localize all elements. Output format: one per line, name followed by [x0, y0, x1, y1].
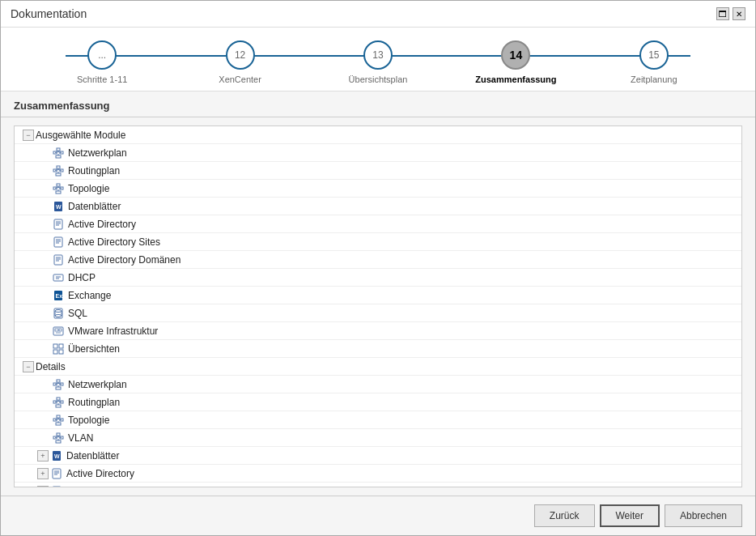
svg-rect-10	[57, 166, 60, 168]
svg-rect-54	[53, 350, 57, 354]
svg-line-13	[58, 169, 62, 170]
network-icon	[52, 396, 65, 409]
item-exchange-1: Exchange	[68, 290, 111, 301]
group1-expand-icon[interactable]: −	[23, 130, 34, 141]
tree-container[interactable]: − Ausgewählte Module Netzwerkplan Routin…	[14, 125, 742, 487]
ad-expand-icon[interactable]: +	[37, 468, 49, 479]
step-circle-15: 15	[639, 40, 669, 70]
list-item[interactable]: Topologie	[15, 180, 741, 198]
vmware-icon	[52, 325, 65, 338]
list-item[interactable]: Active Directory Domänen	[15, 251, 741, 269]
step-14[interactable]: 14 Zusammenfassung	[447, 40, 584, 84]
svg-text:W: W	[56, 204, 62, 210]
svg-rect-26	[54, 219, 62, 229]
svg-line-69	[58, 401, 62, 402]
list-item[interactable]: Übersichten	[15, 340, 741, 358]
ad-sites-expand-icon[interactable]: +	[37, 486, 49, 488]
svg-rect-82	[57, 433, 60, 436]
item-ad-2: Active Directory	[66, 468, 134, 479]
dhcp-icon	[52, 271, 65, 284]
group1-label: Ausgewählte Module	[36, 130, 125, 141]
list-item[interactable]: + Active Directory Sites	[15, 483, 741, 487]
stepper-area: ... Schritte 1-11 12 XenCenter 13 Übersi…	[1, 28, 755, 91]
step-label-13: Übersichtsplan	[349, 74, 408, 84]
list-item[interactable]: Routingplan	[15, 393, 741, 411]
restore-button[interactable]: 🗖	[716, 7, 729, 20]
svg-line-84	[55, 436, 58, 437]
list-item[interactable]: Netzwerkplan	[15, 144, 741, 162]
overview-icon	[52, 342, 65, 355]
item-ad-sites-2: Active Directory Sites	[66, 486, 159, 488]
svg-rect-62	[56, 387, 61, 389]
item-routingplan-1: Routingplan	[68, 165, 120, 177]
item-ad-sites-1: Active Directory Sites	[68, 236, 160, 248]
network-icon	[52, 378, 65, 391]
stepper: ... Schritte 1-11 12 XenCenter 13 Übersi…	[17, 40, 739, 84]
close-button[interactable]: ✕	[733, 7, 745, 20]
svg-rect-50	[59, 329, 62, 331]
svg-rect-53	[59, 344, 63, 348]
svg-line-77	[58, 419, 62, 419]
svg-line-5	[58, 151, 62, 152]
item-dhcp-1: DHCP	[68, 272, 96, 283]
list-item[interactable]: VMware Infrastruktur	[15, 322, 741, 340]
group-details[interactable]: − Details	[15, 358, 741, 376]
step-1[interactable]: ... Schritte 1-11	[33, 40, 171, 84]
next-button[interactable]: Weiter	[600, 504, 660, 527]
datenblaetter-expand-icon[interactable]: +	[37, 450, 49, 462]
list-item[interactable]: W Datenblätter	[15, 198, 741, 215]
svg-rect-6	[56, 155, 61, 158]
network-icon	[52, 182, 65, 195]
list-item[interactable]: Routingplan	[15, 162, 741, 180]
svg-text:Ex: Ex	[56, 293, 63, 299]
ad-icon	[50, 485, 63, 488]
dialog: Dokumentation 🗖 ✕ ... Schritte 1-11 12 X…	[0, 0, 756, 536]
cancel-button[interactable]: Abbrechen	[665, 504, 742, 527]
ad-icon	[52, 218, 65, 231]
network-icon	[52, 432, 65, 445]
svg-line-20	[55, 187, 58, 188]
svg-rect-94	[53, 487, 61, 488]
step-label-1: Schritte 1-11	[77, 74, 127, 84]
list-item[interactable]: Netzwerkplan	[15, 376, 741, 393]
list-item[interactable]: Active Directory Sites	[15, 233, 741, 251]
svg-rect-70	[56, 405, 61, 407]
svg-rect-78	[56, 423, 61, 425]
step-15[interactable]: 15 Zeitplanung	[585, 40, 723, 84]
word-icon: W	[50, 449, 63, 462]
step-label-15: Zeitplanung	[631, 74, 677, 84]
step-13[interactable]: 13 Übersichtsplan	[309, 40, 447, 84]
footer: Zurück Weiter Abbrechen	[1, 496, 755, 535]
step-12[interactable]: 12 XenCenter	[171, 40, 308, 84]
network-icon	[52, 164, 65, 177]
item-topologie-1: Topologie	[68, 183, 109, 194]
group-ausgewahlte-module[interactable]: − Ausgewählte Module	[15, 126, 741, 144]
exchange-icon: Ex	[52, 289, 65, 302]
svg-line-68	[55, 401, 58, 402]
item-vlan-2: VLAN	[68, 432, 93, 444]
svg-rect-14	[56, 173, 61, 176]
svg-rect-55	[59, 350, 63, 354]
item-netzwerkplan-2: Netzwerkplan	[68, 379, 127, 390]
list-item[interactable]: + Active Directory	[15, 465, 741, 483]
item-ad-domaenen-1: Active Directory Domänen	[68, 254, 181, 266]
list-item[interactable]: SQL	[15, 304, 741, 322]
svg-rect-22	[56, 191, 61, 194]
svg-line-85	[58, 436, 62, 437]
ad-icon	[50, 467, 63, 480]
item-ad-1: Active Directory	[68, 219, 136, 230]
svg-rect-34	[54, 255, 62, 265]
list-item[interactable]: Active Directory	[15, 215, 741, 233]
list-item[interactable]: VLAN	[15, 429, 741, 447]
step-label-14: Zusammenfassung	[475, 74, 556, 84]
svg-rect-66	[57, 398, 60, 400]
list-item[interactable]: + W Datenblätter	[15, 447, 741, 465]
svg-line-4	[55, 151, 58, 152]
svg-rect-30	[54, 237, 62, 247]
list-item[interactable]: Topologie	[15, 411, 741, 429]
list-item[interactable]: DHCP	[15, 269, 741, 287]
list-item[interactable]: Ex Exchange	[15, 287, 741, 304]
group2-expand-icon[interactable]: −	[23, 361, 34, 372]
back-button[interactable]: Zurück	[534, 504, 595, 527]
item-datenblaetter-1: Datenblätter	[68, 201, 121, 212]
